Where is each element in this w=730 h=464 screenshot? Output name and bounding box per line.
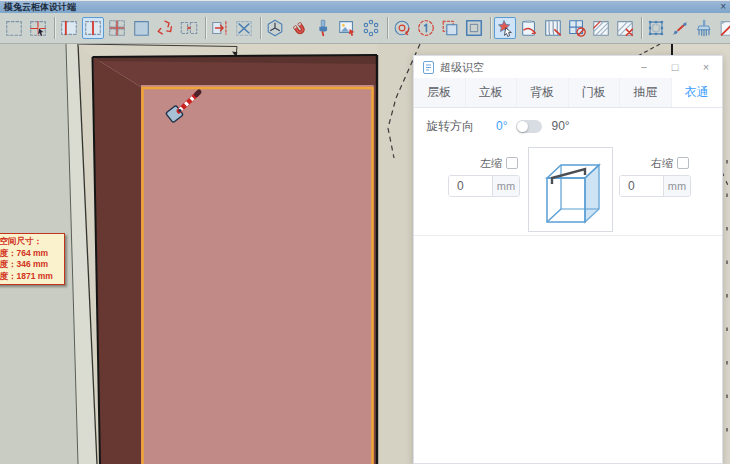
node-line-button[interactable] — [669, 17, 691, 39]
left-shrink-checkbox[interactable] — [506, 157, 518, 169]
left-shrink-group: 左缩 mm — [448, 156, 520, 197]
slash-clear-button[interactable] — [717, 17, 730, 39]
tab-shelf-board[interactable]: 层板 — [414, 78, 466, 107]
overlap-squares-button[interactable] — [439, 17, 461, 39]
clothes-rail-icon — [552, 169, 585, 184]
tab-drawer[interactable]: 抽屉 — [620, 78, 672, 107]
window-frame-button[interactable] — [463, 17, 485, 39]
slash-clear-icon — [718, 18, 730, 38]
divide-grid-button[interactable] — [106, 17, 128, 39]
refresh-loop-button[interactable] — [391, 17, 413, 39]
cube-preview — [528, 147, 613, 232]
app-title: 模兔云柜体设计端 — [4, 1, 76, 13]
star-pick-button[interactable] — [494, 17, 516, 39]
broom-clean-button[interactable] — [693, 17, 715, 39]
clipboard-sweep-icon — [519, 18, 539, 38]
overlap-squares-icon — [440, 18, 460, 38]
bounding-box-button[interactable] — [645, 17, 667, 39]
recycle-loop-button[interactable] — [154, 17, 176, 39]
tooltip-depth: 深度：346 mm — [0, 259, 61, 271]
cabinet-interior-left — [93, 57, 141, 464]
right-shrink-checkbox[interactable] — [677, 157, 689, 169]
door-panel[interactable] — [141, 85, 375, 464]
clipboard-sweep-button[interactable] — [518, 17, 540, 39]
material-picture-button[interactable] — [336, 17, 358, 39]
hatch-fill-button[interactable] — [590, 17, 612, 39]
tooltip-height: 高度：1871 mm — [0, 271, 61, 283]
magnet-snap-button[interactable] — [288, 17, 310, 39]
group-dots-icon — [361, 18, 381, 38]
rotation-toggle[interactable] — [516, 120, 542, 133]
curtain-texture-icon — [543, 18, 563, 38]
material-picture-icon — [337, 18, 357, 38]
content-divider — [414, 235, 722, 236]
node-line-icon — [670, 18, 690, 38]
paint-brush-icon — [313, 18, 333, 38]
rotation-option-0[interactable]: 0° — [496, 119, 507, 133]
axis-hexagon-icon — [265, 18, 285, 38]
toggle-knob — [517, 121, 528, 132]
toolbar-separator — [205, 17, 206, 39]
divide-left-button[interactable] — [58, 17, 80, 39]
extend-panel-button[interactable] — [209, 17, 231, 39]
refresh-loop-icon — [392, 18, 412, 38]
right-shrink-unit: mm — [663, 176, 690, 196]
mirror-copy-button[interactable] — [178, 17, 200, 39]
rotation-row: 旋转方向 0° 90° — [426, 116, 570, 136]
select-erase-button[interactable] — [27, 17, 49, 39]
tab-back-board[interactable]: 背板 — [517, 78, 569, 107]
fill-board-button[interactable] — [130, 17, 152, 39]
group-dots-button[interactable] — [360, 17, 382, 39]
divide-left-icon — [59, 18, 79, 38]
magnet-snap-icon — [289, 18, 309, 38]
divide-center-icon — [83, 18, 103, 38]
panel-titlebar[interactable]: 超级识空 − □ × — [414, 56, 722, 78]
toolbar-separator — [260, 17, 261, 39]
tab-clothes-rail[interactable]: 衣通 — [672, 78, 723, 107]
tooltip-width: 宽度：764 mm — [0, 248, 61, 260]
toolbar-separator — [387, 17, 388, 39]
broom-clean-icon — [694, 18, 714, 38]
panel-title: 超级识空 — [440, 60, 620, 75]
hatch-erase-button[interactable] — [614, 17, 636, 39]
divide-grid-icon — [107, 18, 127, 38]
left-shrink-input[interactable] — [449, 176, 492, 196]
tab-vertical-board[interactable]: 立板 — [466, 78, 518, 107]
dimension-tooltip: 识空间尺寸： 宽度：764 mm 深度：346 mm 高度：1871 mm — [0, 233, 65, 285]
divide-center-button[interactable] — [82, 17, 104, 39]
app-titlebar: 模兔云柜体设计端 × — [0, 0, 730, 13]
left-shrink-unit: mm — [492, 176, 519, 196]
super-space-panel: 超级识空 − □ × 层板 立板 背板 门板 抽屉 衣通 旋转方向 0° 90°… — [413, 55, 723, 464]
right-shrink-label: 右缩 — [651, 156, 673, 171]
panel-tabs: 层板 立板 背板 门板 抽屉 衣通 — [414, 78, 722, 108]
hatch-erase-icon — [615, 18, 635, 38]
cross-diagonal-icon — [234, 18, 254, 38]
mirror-copy-icon — [179, 18, 199, 38]
curtain-texture-button[interactable] — [542, 17, 564, 39]
circle-one-button[interactable] — [415, 17, 437, 39]
toolbar — [0, 13, 730, 44]
select-area-icon — [4, 18, 24, 38]
panel-doc-icon — [423, 61, 434, 74]
right-shrink-group: 右缩 mm — [619, 156, 691, 197]
toolbar-separator — [641, 17, 642, 39]
select-area-button[interactable] — [3, 17, 25, 39]
circle-one-icon — [416, 18, 436, 38]
panel-minimize-icon[interactable]: − — [637, 60, 651, 74]
select-erase-icon — [28, 18, 48, 38]
rotation-option-90[interactable]: 90° — [551, 119, 569, 133]
left-shrink-label: 左缩 — [480, 156, 502, 171]
window-block-button[interactable] — [566, 17, 588, 39]
panel-close-icon[interactable]: × — [699, 60, 713, 74]
toolbar-separator — [490, 17, 491, 39]
tooltip-title: 识空间尺寸： — [0, 236, 61, 248]
paint-brush-button[interactable] — [312, 17, 334, 39]
cross-diagonal-button[interactable] — [233, 17, 255, 39]
axis-hexagon-button[interactable] — [264, 17, 286, 39]
right-shrink-input[interactable] — [620, 176, 663, 196]
app-close-icon[interactable]: × — [720, 2, 726, 12]
panel-maximize-icon[interactable]: □ — [668, 60, 682, 74]
window-block-icon — [567, 18, 587, 38]
panel-content: 旋转方向 0° 90° 左缩 mm — [414, 108, 722, 464]
tab-door-board[interactable]: 门板 — [569, 78, 621, 107]
